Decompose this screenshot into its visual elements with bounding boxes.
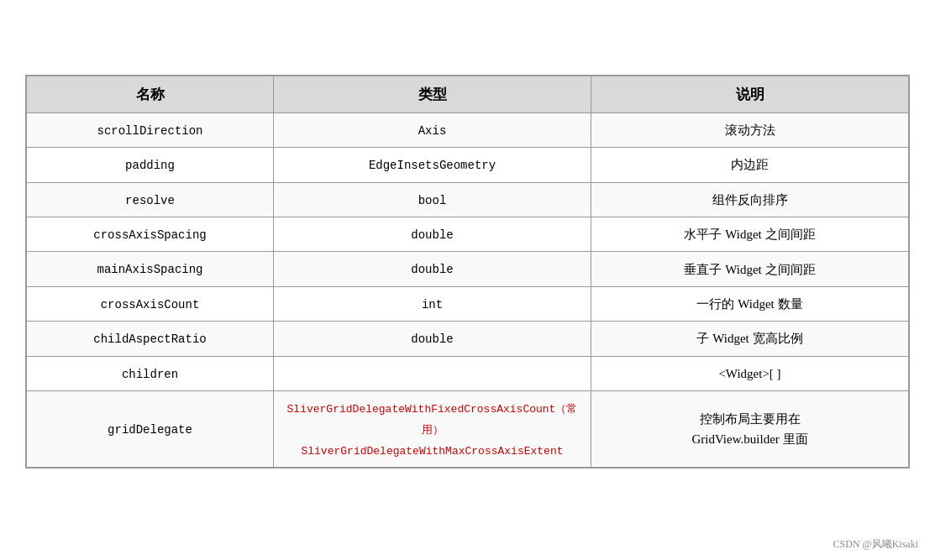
cell-name: crossAxisCount: [27, 286, 274, 321]
property-name: gridDelegate: [108, 423, 192, 437]
cell-name: crossAxisSpacing: [27, 217, 274, 252]
table-container: 名称 类型 说明 scrollDirectionAxis滚动方法paddingE…: [25, 75, 910, 469]
type-value: Axis: [418, 124, 447, 138]
header-name: 名称: [27, 76, 274, 113]
cell-type: double: [274, 217, 591, 252]
desc-value: 滚动方法: [725, 123, 775, 137]
table-row: paddingEdgeInsetsGeometry内边距: [27, 148, 909, 182]
cell-name: resolve: [27, 182, 274, 217]
desc-value: 内边距: [731, 158, 769, 171]
cell-type: Axis: [274, 113, 591, 147]
desc-value: 组件反向排序: [712, 193, 788, 207]
cell-desc: 滚动方法: [591, 113, 909, 147]
table-row: resolvebool组件反向排序: [27, 182, 909, 217]
cell-name: childAspectRatio: [27, 322, 274, 356]
cell-desc: 垂直子 Widget 之间间距: [591, 252, 909, 286]
header-type: 类型: [274, 76, 591, 113]
desc-value: 子 Widget 宽高比例: [696, 332, 802, 345]
type-value: double: [411, 228, 453, 242]
desc-value: 垂直子 Widget 之间间距: [684, 263, 815, 276]
type-value: bool: [418, 194, 447, 207]
type-value: SliverGridDelegateWithFixedCrossAxisCoun…: [287, 403, 578, 437]
cell-type: double: [274, 252, 591, 286]
cell-desc: 控制布局主要用在GridView.builder 里面: [591, 390, 909, 467]
property-name: childAspectRatio: [93, 332, 206, 346]
type-value: double: [411, 263, 453, 276]
desc-value: 水平子 Widget 之间间距: [684, 228, 815, 241]
desc-value: 一行的 Widget 数量: [696, 297, 802, 311]
cell-desc: 水平子 Widget 之间间距: [591, 217, 909, 252]
table-header-row: 名称 类型 说明: [27, 76, 909, 113]
cell-name: children: [27, 356, 274, 390]
cell-name: mainAxisSpacing: [27, 252, 274, 286]
desc-value: GridView.builder 里面: [691, 432, 807, 446]
cell-name: scrollDirection: [27, 113, 274, 147]
property-name: mainAxisSpacing: [97, 263, 202, 276]
table-row: crossAxisSpacingdouble水平子 Widget 之间间距: [27, 217, 909, 252]
header-desc: 说明: [591, 76, 909, 113]
table-row: gridDelegateSliverGridDelegateWithFixedC…: [27, 390, 909, 467]
type-value: EdgeInsetsGeometry: [369, 159, 496, 172]
cell-type: double: [274, 322, 591, 356]
property-name: padding: [125, 159, 175, 172]
cell-desc: 内边距: [591, 148, 909, 182]
desc-value: <Widget>[ ]: [718, 367, 780, 380]
desc-value: 控制布局主要用在: [700, 412, 801, 426]
cell-type: SliverGridDelegateWithFixedCrossAxisCoun…: [274, 390, 591, 467]
cell-name: gridDelegate: [27, 390, 274, 467]
type-value: int: [422, 298, 443, 311]
table-row: childAspectRatiodouble子 Widget 宽高比例: [27, 322, 909, 356]
cell-type: bool: [274, 182, 591, 217]
watermark: CSDN @风曦Kisaki: [833, 537, 918, 552]
cell-name: padding: [27, 148, 274, 182]
cell-desc: 一行的 Widget 数量: [591, 286, 909, 321]
cell-desc: 子 Widget 宽高比例: [591, 322, 909, 356]
table-row: scrollDirectionAxis滚动方法: [27, 113, 909, 147]
property-table: 名称 类型 说明 scrollDirectionAxis滚动方法paddingE…: [26, 76, 909, 468]
cell-type: [274, 356, 591, 390]
type-value: double: [411, 332, 453, 346]
table-row: crossAxisCountint一行的 Widget 数量: [27, 286, 909, 321]
property-name: crossAxisSpacing: [93, 228, 206, 242]
property-name: children: [122, 368, 178, 381]
property-name: resolve: [125, 194, 175, 207]
property-name: scrollDirection: [97, 124, 202, 138]
table-row: children<Widget>[ ]: [27, 356, 909, 390]
table-row: mainAxisSpacingdouble垂直子 Widget 之间间距: [27, 252, 909, 286]
cell-type: EdgeInsetsGeometry: [274, 148, 591, 182]
type-value: SliverGridDelegateWithMaxCrossAxisExtent: [301, 445, 563, 458]
cell-type: int: [274, 286, 591, 321]
cell-desc: <Widget>[ ]: [591, 356, 909, 390]
cell-desc: 组件反向排序: [591, 182, 909, 217]
page-wrapper: 名称 类型 说明 scrollDirectionAxis滚动方法paddingE…: [0, 0, 935, 560]
property-name: crossAxisCount: [101, 298, 200, 311]
